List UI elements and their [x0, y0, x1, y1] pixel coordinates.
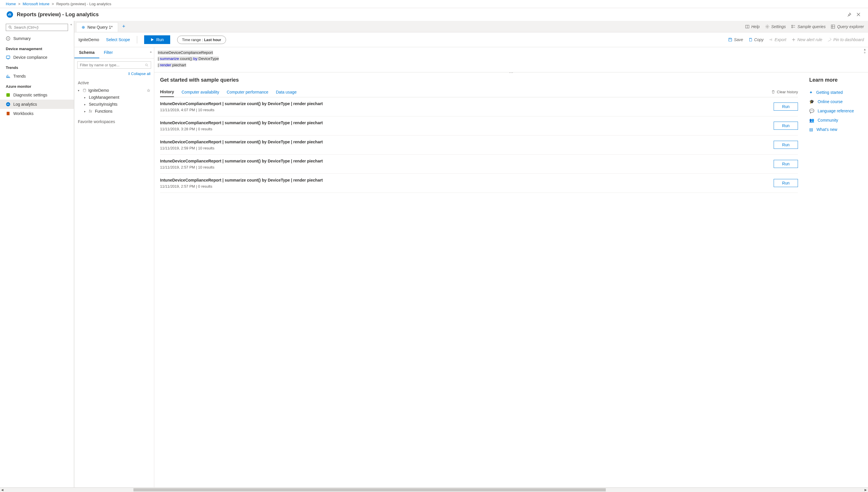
- tree-node-security[interactable]: ▸SecurityInsights: [78, 101, 151, 108]
- search-icon: [145, 64, 149, 67]
- blade-header: Reports (preview) - Log analytics: [0, 8, 868, 21]
- save-button[interactable]: Save: [728, 38, 743, 42]
- clear-history-button[interactable]: Clear history: [771, 88, 798, 96]
- history-meta: 11/11/2019, 2:59 PM | 10 results: [160, 146, 768, 150]
- sidebar-item-trends[interactable]: Trends: [0, 72, 74, 81]
- close-icon[interactable]: [855, 11, 862, 18]
- sidebar-item-workbooks[interactable]: Workbooks: [0, 109, 74, 118]
- history-run-button[interactable]: Run: [774, 141, 798, 149]
- learn-language-reference[interactable]: 💬Language reference: [809, 106, 863, 116]
- query-editor[interactable]: IntuneDeviceComplianceReport | summarize…: [154, 47, 868, 70]
- news-icon: ▤: [809, 127, 813, 132]
- horizontal-scrollbar[interactable]: ◀ ▶: [0, 487, 868, 491]
- history-run-button[interactable]: Run: [774, 122, 798, 130]
- scroll-right-icon[interactable]: ▶: [863, 488, 868, 491]
- tab-computer-performance[interactable]: Computer performance: [227, 88, 268, 97]
- tree-workspace[interactable]: ▾ IgniteDemo ☆: [78, 87, 151, 94]
- search-icon: [8, 25, 12, 29]
- query-toolbar: IgniteDemo Select Scope Run Time range :…: [74, 32, 868, 47]
- caret-right-icon: ▸: [84, 103, 87, 106]
- select-scope-link[interactable]: Select Scope: [106, 38, 130, 42]
- tab-data-usage[interactable]: Data usage: [276, 88, 297, 97]
- learn-getting-started[interactable]: ✦Getting started: [809, 88, 863, 97]
- collapse-sidebar-icon[interactable]: «: [70, 23, 72, 26]
- history-row: IntuneDeviceComplianceReport | summarize…: [160, 174, 798, 193]
- tab-filter[interactable]: Filter: [99, 47, 118, 58]
- sidebar-search-input[interactable]: [14, 25, 66, 29]
- sidebar-search[interactable]: [6, 24, 68, 31]
- settings-button[interactable]: Settings: [765, 24, 786, 29]
- add-tab-button[interactable]: +: [118, 21, 129, 32]
- copy-button[interactable]: Copy: [748, 38, 764, 42]
- svg-rect-13: [749, 39, 752, 42]
- sidebar-item-log-analytics[interactable]: Log analytics: [0, 100, 74, 109]
- run-button[interactable]: Run: [144, 35, 170, 44]
- svg-point-14: [146, 64, 148, 66]
- collapse-all-link[interactable]: ⊼ Collapse all: [128, 72, 151, 76]
- svg-rect-10: [792, 27, 793, 28]
- tree-node-functions[interactable]: ▸fxFunctions: [78, 108, 151, 115]
- svg-rect-4: [6, 93, 10, 97]
- chat-icon: 💬: [809, 108, 814, 113]
- tab-icon: ⊕: [82, 25, 85, 29]
- caret-down-icon: ▾: [78, 89, 81, 92]
- history-run-button[interactable]: Run: [774, 160, 798, 168]
- caret-right-icon: ▸: [84, 96, 87, 99]
- history-run-button[interactable]: Run: [774, 179, 798, 187]
- minimap-scroll[interactable]: ▲≡: [862, 48, 867, 54]
- sample-queries-title: Get started with sample queries: [160, 77, 798, 83]
- history-query: IntuneDeviceComplianceReport | summarize…: [160, 121, 768, 125]
- learn-community[interactable]: 👥Community: [809, 116, 863, 125]
- sidebar-item-label: Workbooks: [13, 111, 33, 116]
- sidebar-item-device-compliance[interactable]: Device compliance: [0, 53, 74, 62]
- tree-label: IgniteDemo: [88, 88, 109, 93]
- sidebar-item-label: Log analytics: [13, 102, 37, 106]
- query-tab[interactable]: ⊕ New Query 1*: [76, 22, 118, 32]
- sample-queries-button[interactable]: Sample queries: [791, 24, 825, 29]
- pin-icon[interactable]: [845, 11, 853, 18]
- wand-icon: ✦: [809, 90, 813, 95]
- breadcrumb-intune[interactable]: Microsoft Intune: [23, 2, 50, 6]
- star-icon[interactable]: ☆: [147, 88, 151, 93]
- graduation-icon: 🎓: [809, 99, 814, 104]
- history-query: IntuneDeviceComplianceReport | summarize…: [160, 101, 768, 106]
- time-range-picker[interactable]: Time range : Last hour: [177, 35, 226, 44]
- schema-filter-input[interactable]: [80, 63, 145, 67]
- tab-label: New Query 1*: [87, 25, 112, 29]
- export-button: Export: [769, 38, 786, 42]
- history-row: IntuneDeviceComplianceReport | summarize…: [160, 155, 798, 174]
- learn-online-course[interactable]: 🎓Online course: [809, 97, 863, 106]
- tab-history[interactable]: History: [160, 87, 174, 97]
- collapse-schema-icon[interactable]: «: [150, 50, 152, 54]
- workbook-icon: [6, 111, 10, 116]
- learn-more-pane: Learn more ✦Getting started 🎓Online cour…: [804, 72, 868, 491]
- sidebar-group-device: Device management: [0, 45, 74, 53]
- info-icon: [6, 36, 10, 41]
- sidebar-group-monitor: Azure monitor: [0, 82, 74, 90]
- tree-node-logmgmt[interactable]: ▸LogManagement: [78, 94, 151, 101]
- left-sidebar: « Summary Device management Device compl…: [0, 21, 74, 491]
- tree-section-fav: Favorite workspaces: [78, 118, 151, 126]
- device-icon: [6, 55, 10, 60]
- schema-filter[interactable]: [77, 62, 151, 69]
- breadcrumb-home[interactable]: Home: [6, 2, 16, 6]
- history-run-button[interactable]: Run: [774, 102, 798, 110]
- history-row: IntuneDeviceComplianceReport | summarize…: [160, 117, 798, 136]
- query-tab-bar: ⊕ New Query 1* + Help Settings Sample qu…: [74, 21, 868, 32]
- scroll-left-icon[interactable]: ◀: [0, 488, 5, 491]
- new-alert-button: New alert rule: [792, 38, 822, 42]
- learn-whats-new[interactable]: ▤What's new: [809, 125, 863, 134]
- sample-tabs: History Computer availability Computer p…: [160, 87, 798, 97]
- help-button[interactable]: Help: [745, 24, 760, 29]
- sidebar-item-diagnostic[interactable]: Diagnostic settings: [0, 90, 74, 100]
- history-meta: 11/11/2019, 2:57 PM | 10 results: [160, 165, 768, 169]
- tab-computer-availability[interactable]: Computer availability: [181, 88, 219, 97]
- svg-rect-6: [7, 112, 9, 115]
- history-row: IntuneDeviceComplianceReport | summarize…: [160, 136, 798, 155]
- sidebar-item-summary[interactable]: Summary: [0, 34, 74, 43]
- divider: [137, 36, 137, 44]
- history-query: IntuneDeviceComplianceReport | summarize…: [160, 140, 768, 144]
- tab-schema[interactable]: Schema: [74, 47, 99, 58]
- tree-section-active: Active: [78, 79, 151, 87]
- query-explorer-button[interactable]: Query explorer: [831, 24, 864, 29]
